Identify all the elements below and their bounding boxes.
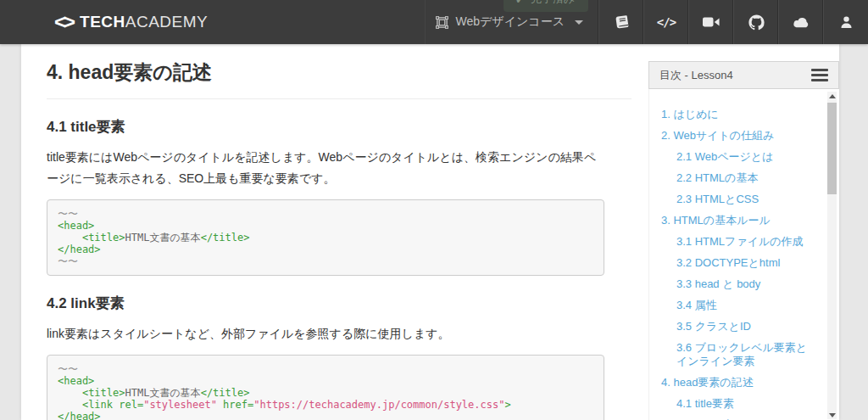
- brand-angle-brackets-icon: <>: [54, 10, 73, 34]
- cloud-storage-button[interactable]: [778, 0, 823, 44]
- toc-link[interactable]: 2.2 HTMLの基本: [661, 171, 817, 185]
- toc-link[interactable]: 4. head要素の記述: [661, 376, 817, 389]
- toc-list: 1. はじめに2. Webサイトの仕組み2.1 Webページとは2.2 HTML…: [649, 89, 839, 420]
- brand-text-light: ACADEMY: [125, 13, 208, 31]
- course-dropdown-label: Webデザインコース: [455, 14, 565, 30]
- toc-scroll-area: 1. はじめに2. Webサイトの仕組み2.1 Webページとは2.2 HTML…: [648, 89, 839, 420]
- check-icon: ✔: [515, 0, 525, 6]
- navbar-right: Webデザインコース </>: [425, 0, 868, 44]
- toc-link[interactable]: 3.6 ブロックレベル要素とインライン要素: [661, 341, 817, 368]
- toc-link[interactable]: 3.3 head と body: [661, 277, 817, 291]
- cloud-icon: [793, 16, 810, 29]
- curriculum-book-button[interactable]: [598, 0, 643, 44]
- page: <> TECHACADEMY ✔ 完了済み Webデザインコー: [0, 0, 868, 420]
- code-icon: </>: [657, 15, 676, 29]
- section-paragraph: title要素にはWebページのタイトルを記述します。Webページのタイトルとは…: [47, 147, 608, 189]
- user-icon: [839, 15, 854, 30]
- section-paragraph: link要素はスタイルシートなど、外部ファイルを参照する際に使用します。: [47, 323, 608, 344]
- toc-link[interactable]: 3.4 属性: [661, 299, 817, 312]
- toc-link[interactable]: 3.2 DOCTYPEとhtml: [661, 256, 817, 270]
- toc-link[interactable]: 1. はじめに: [661, 108, 817, 121]
- toc-link[interactable]: 4.1 title要素: [661, 397, 817, 411]
- toc-link[interactable]: 3.5 クラスとID: [661, 320, 817, 333]
- brand-logo[interactable]: <> TECHACADEMY: [54, 10, 208, 34]
- account-button[interactable]: [823, 0, 868, 44]
- code-editor-button[interactable]: </>: [643, 0, 688, 44]
- toc-link[interactable]: 2.3 HTMLとCSS: [661, 193, 817, 206]
- video-chat-button[interactable]: [688, 0, 733, 44]
- page-title: 4. head要素の記述: [47, 59, 632, 99]
- notebook-icon: [614, 14, 630, 31]
- section-heading-title-element: 4.1 title要素: [47, 117, 632, 137]
- top-navbar: <> TECHACADEMY ✔ 完了済み Webデザインコー: [0, 0, 868, 44]
- brand-text-bold: TECH: [80, 13, 125, 31]
- hamburger-menu-icon[interactable]: [811, 69, 828, 81]
- toc-link[interactable]: 2. Webサイトの仕組み: [661, 129, 817, 143]
- video-camera-icon: [703, 16, 720, 28]
- completed-button[interactable]: ✔ 完了済み: [504, 0, 588, 12]
- scrollbar-thumb[interactable]: [827, 103, 837, 194]
- section-heading-link-element: 4.2 link要素: [47, 294, 632, 313]
- toc-link[interactable]: 3. HTMLの基本ルール: [661, 214, 817, 227]
- scrollbar-down-arrow[interactable]: [827, 411, 837, 419]
- object-group-icon: [436, 16, 448, 29]
- scrollbar-up-arrow[interactable]: [827, 92, 837, 100]
- github-icon: [748, 14, 765, 31]
- scrollbar[interactable]: [827, 92, 837, 419]
- content-sheet: 4. head要素の記述 4.1 title要素 title要素にはWebページ…: [21, 44, 839, 420]
- code-block-link-example: 〜〜<head> <title>HTML文書の基本</title> <link …: [47, 355, 604, 420]
- toc-title: 目次 - Lesson4: [659, 68, 811, 83]
- toc-link[interactable]: 2.1 Webページとは: [661, 150, 817, 164]
- completed-label: 完了済み: [531, 0, 575, 7]
- toc-sidebar: 目次 - Lesson4 1. はじめに2. Webサイトの仕組み2.1 Web…: [648, 61, 839, 420]
- chevron-down-icon: [575, 20, 583, 25]
- toc-header: 目次 - Lesson4: [648, 61, 839, 89]
- github-button[interactable]: [733, 0, 778, 44]
- toc-link[interactable]: 3.1 HTMLファイルの作成: [661, 235, 817, 249]
- lesson-content: 4. head要素の記述 4.1 title要素 title要素にはWebページ…: [47, 59, 632, 420]
- code-block-title-example: 〜〜<head> <title>HTML文書の基本</title></head>…: [47, 199, 604, 276]
